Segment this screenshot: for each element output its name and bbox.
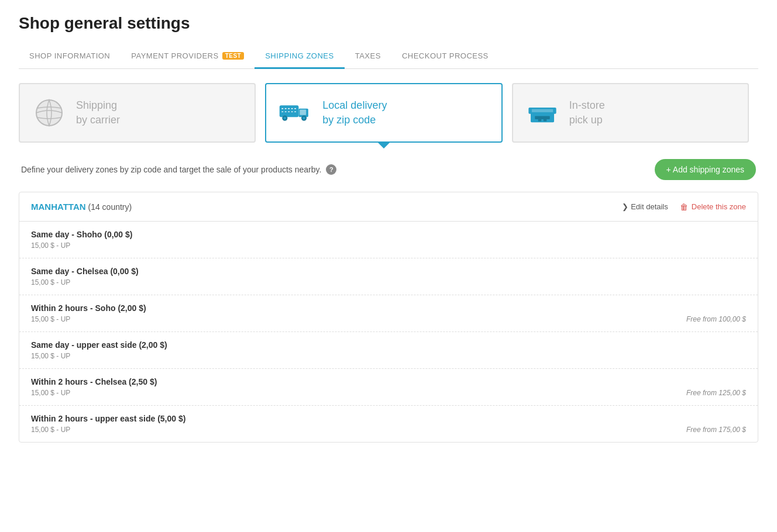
zones-container: MANHATTAN (14 country) ❯ Edit details 🗑 … <box>19 192 758 443</box>
test-badge: TEST <box>222 52 245 60</box>
shipping-by-carrier-label: Shippingby carrier <box>76 98 120 127</box>
delivery-name: Same day - Shoho (0,00 $) <box>31 230 746 239</box>
svg-rect-13 <box>531 109 552 112</box>
local-delivery-label: Local deliveryby zip code <box>322 98 387 127</box>
delivery-name: Same day - Chelsea (0,00 $) <box>31 267 746 276</box>
globe-icon <box>32 99 67 127</box>
edit-details-link[interactable]: ❯ Edit details <box>622 202 668 211</box>
delivery-details: 15,00 $ - UP <box>31 352 746 365</box>
description-bar: Define your delivery zones by zip code a… <box>19 159 758 180</box>
add-shipping-zones-button[interactable]: + Add shipping zones <box>655 159 757 180</box>
delivery-row: Within 2 hours - upper east side (5,00 $… <box>19 406 758 442</box>
description-text: Define your delivery zones by zip code a… <box>21 164 336 175</box>
truck-icon <box>278 99 313 127</box>
tab-shipping-zones[interactable]: SHIPPING ZONES <box>255 44 345 69</box>
page-title: Shop general settings <box>19 14 758 33</box>
shipping-option-in-store[interactable]: In-storepick up <box>512 83 749 143</box>
zone-title: MANHATTAN (14 country) <box>31 202 132 212</box>
help-icon[interactable]: ? <box>326 164 336 175</box>
delivery-name: Within 2 hours - Soho (2,00 $) <box>31 303 746 313</box>
shipping-option-by-carrier[interactable]: Shippingby carrier <box>19 83 256 143</box>
svg-rect-1 <box>280 105 299 117</box>
delivery-row: Same day - upper east side (2,00 $) 15,0… <box>19 332 758 369</box>
svg-rect-14 <box>538 117 541 121</box>
delivery-row: Within 2 hours - Chelsea (2,50 $) 15,00 … <box>19 369 758 406</box>
shipping-option-local-delivery[interactable]: Local deliveryby zip code <box>265 83 502 143</box>
in-store-label: In-storepick up <box>569 98 605 127</box>
zone-header: MANHATTAN (14 country) ❯ Edit details 🗑 … <box>19 192 758 222</box>
tab-shop-information[interactable]: SHOP INFORMATION <box>19 44 121 69</box>
tab-checkout-process[interactable]: CHECKOUT PROCESS <box>391 44 499 69</box>
svg-rect-15 <box>543 117 546 121</box>
delivery-name: Within 2 hours - Chelsea (2,50 $) <box>31 377 746 386</box>
delivery-details: 15,00 $ - UP <box>31 241 746 254</box>
zone-actions: ❯ Edit details 🗑 Delete this zone <box>622 202 746 212</box>
delivery-row: Same day - Shoho (0,00 $) 15,00 $ - UP <box>19 222 758 258</box>
store-icon <box>525 99 560 127</box>
svg-rect-3 <box>300 110 307 115</box>
tab-payment-providers[interactable]: PAYMENT PROVIDERS TEST <box>121 44 255 69</box>
shipping-options: Shippingby carrier <box>19 83 758 143</box>
delivery-row: Within 2 hours - Soho (2,00 $) 15,00 $ -… <box>19 295 758 332</box>
svg-point-7 <box>303 117 306 120</box>
delivery-details: 15,00 $ - UP Free from 175,00 $ <box>31 426 746 438</box>
page-container: Shop general settings SHOP INFORMATION P… <box>0 0 777 457</box>
delivery-details: 15,00 $ - UP <box>31 278 746 291</box>
chevron-right-icon: ❯ <box>622 202 628 211</box>
trash-icon: 🗑 <box>680 202 688 212</box>
delivery-details: 15,00 $ - UP Free from 100,00 $ <box>31 315 746 328</box>
nav-tabs: SHOP INFORMATION PAYMENT PROVIDERS TEST … <box>19 44 758 69</box>
svg-point-5 <box>284 117 287 120</box>
zone-count: (14 country) <box>88 202 132 212</box>
delete-zone-link[interactable]: 🗑 Delete this zone <box>680 202 746 212</box>
delivery-details: 15,00 $ - UP Free from 125,00 $ <box>31 389 746 402</box>
tab-taxes[interactable]: TAXES <box>345 44 391 69</box>
delivery-row: Same day - Chelsea (0,00 $) 15,00 $ - UP <box>19 258 758 295</box>
svg-point-0 <box>36 100 62 126</box>
zone-name: MANHATTAN <box>31 202 86 212</box>
svg-rect-12 <box>535 116 549 119</box>
delivery-name: Within 2 hours - upper east side (5,00 $… <box>31 414 746 423</box>
delivery-name: Same day - upper east side (2,00 $) <box>31 340 746 350</box>
